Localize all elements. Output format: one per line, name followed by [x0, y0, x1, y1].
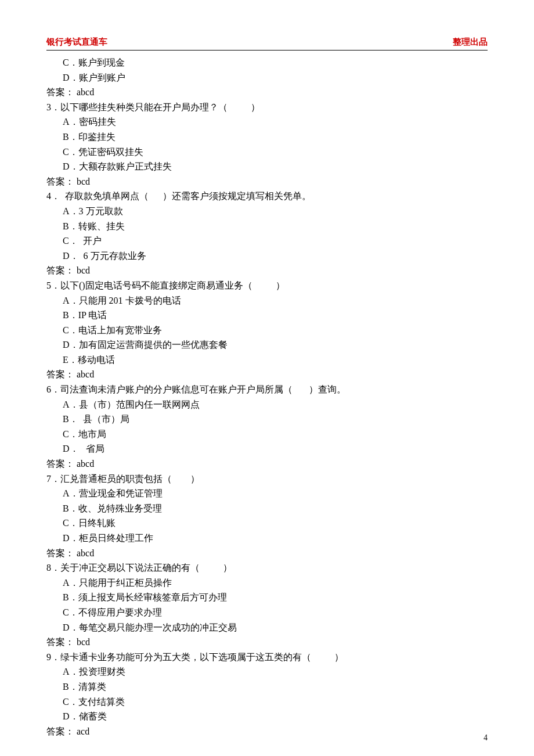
- option-line: D．账户到账户: [46, 70, 488, 85]
- option-line: B．IP 电话: [46, 308, 488, 323]
- question-line: 8．关于冲正交易以下说法正确的有（ ）: [46, 560, 488, 575]
- option-line: A．县（市）范围内任一联网网点: [46, 397, 488, 412]
- question-line: 6．司法查询未清户账户的分户账信息可在账户开户局所属（ ）查询。: [46, 382, 488, 397]
- answer-line: 答案： bcd: [46, 174, 488, 189]
- option-line: A．3 万元取款: [46, 204, 488, 219]
- option-line: A．投资理财类: [46, 664, 488, 679]
- option-line: C． 开户: [46, 233, 488, 249]
- page-header: 银行考试直通车 整理出品: [46, 35, 488, 51]
- option-line: B．清算类: [46, 679, 488, 694]
- option-line: D．储蓄类: [46, 709, 488, 724]
- page-number: 4: [484, 732, 488, 744]
- option-line: E．移动电话: [46, 352, 488, 368]
- answer-line: 答案： bcd: [46, 635, 488, 650]
- option-line: D．每笔交易只能办理一次成功的冲正交易: [46, 620, 488, 635]
- option-line: C．日终轧账: [46, 516, 488, 531]
- option-line: C．不得应用户要求办理: [46, 605, 488, 620]
- question-line: 9．绿卡通卡业务功能可分为五大类，以下选项属于这五类的有（ ）: [46, 650, 488, 665]
- header-left-text: 银行考试直通车: [46, 35, 107, 49]
- option-line: A．只能用于纠正柜员操作: [46, 575, 488, 591]
- document-body: C．账户到现金D．账户到账户答案： abcd3．以下哪些挂失种类只能在开户局办理…: [46, 55, 488, 739]
- option-line: B．印鉴挂失: [46, 129, 488, 145]
- header-right-text: 整理出品: [453, 35, 488, 49]
- option-line: C．支付结算类: [46, 694, 488, 710]
- question-line: 5．以下()固定电话号码不能直接绑定商易通业务（ ）: [46, 278, 488, 293]
- option-line: D．加有固定运营商提供的一些优惠套餐: [46, 337, 488, 352]
- option-line: B．转账、挂失: [46, 219, 488, 234]
- option-line: D．柜员日终处理工作: [46, 531, 488, 546]
- option-line: C．凭证密码双挂失: [46, 145, 488, 160]
- question-line: 7．汇兑普通柜员的职责包括（ ）: [46, 471, 488, 487]
- page-container: 银行考试直通车 整理出品 C．账户到现金D．账户到账户答案： abcd3．以下哪…: [0, 0, 534, 756]
- option-line: C．地市局: [46, 427, 488, 442]
- option-line: C．电话上加有宽带业务: [46, 323, 488, 338]
- answer-line: 答案： abcd: [46, 456, 488, 471]
- option-line: A．营业现金和凭证管理: [46, 486, 488, 501]
- option-line: A．密码挂失: [46, 114, 488, 129]
- option-line: C．账户到现金: [46, 55, 488, 70]
- answer-line: 答案： abcd: [46, 546, 488, 561]
- answer-line: 答案： abcd: [46, 367, 488, 382]
- answer-line: 答案： abcd: [46, 85, 488, 100]
- option-line: D． 省局: [46, 441, 488, 456]
- option-line: A．只能用 201 卡拨号的电话: [46, 293, 488, 308]
- option-line: D．大额存款账户正式挂失: [46, 159, 488, 174]
- answer-line: 答案： acd: [46, 724, 488, 739]
- option-line: B． 县（市）局: [46, 412, 488, 427]
- option-line: B．收、兑特殊业务受理: [46, 501, 488, 516]
- option-line: B．须上报支局长经审核签章后方可办理: [46, 590, 488, 605]
- answer-line: 答案： bcd: [46, 263, 488, 278]
- question-line: 4． 存取款免填单网点（ ）还需客户须按规定填写相关凭单。: [46, 189, 488, 204]
- option-line: D． 6 万元存款业务: [46, 249, 488, 264]
- question-line: 3．以下哪些挂失种类只能在开户局办理？（ ）: [46, 100, 488, 115]
